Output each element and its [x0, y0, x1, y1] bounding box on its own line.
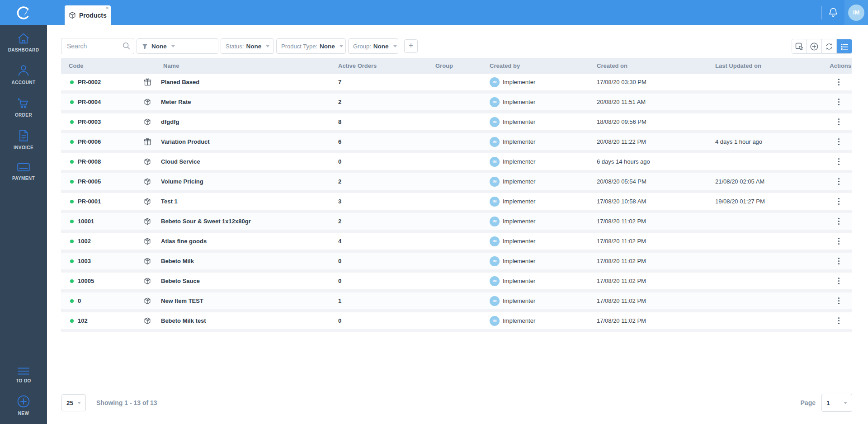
- column-header-created-on[interactable]: Created on: [589, 62, 708, 69]
- select-mode-button[interactable]: [792, 39, 807, 54]
- row-actions-menu-icon[interactable]: [837, 236, 841, 247]
- row-actions-menu-icon[interactable]: [837, 137, 841, 147]
- sidebar-item-dashboard[interactable]: DASHBOARD: [0, 30, 47, 54]
- table-row[interactable]: 10005: [61, 273, 852, 292]
- row-actions-menu-icon[interactable]: [837, 156, 841, 167]
- tab-products[interactable]: Products ×: [65, 5, 111, 25]
- row-actions-menu-icon[interactable]: [837, 97, 841, 108]
- row-actions-menu-icon[interactable]: [837, 256, 841, 267]
- column-header-last-updated-on[interactable]: Last Updated on: [708, 62, 821, 69]
- product-name[interactable]: dfgdfg: [161, 118, 179, 125]
- creator-name: Implementer: [503, 158, 535, 165]
- product-code[interactable]: 10005: [78, 278, 94, 284]
- row-actions-menu-icon[interactable]: [837, 176, 841, 187]
- sidebar-item-order[interactable]: ORDER: [0, 94, 47, 119]
- column-header-created-by[interactable]: Created by: [482, 62, 589, 69]
- sidebar-item-account[interactable]: ACCOUNT: [0, 62, 47, 87]
- product-type-filter[interactable]: Product Type: None: [276, 38, 346, 54]
- row-actions-menu-icon[interactable]: [837, 276, 841, 287]
- status-dot: [70, 220, 74, 223]
- table-row[interactable]: 1003: [61, 253, 852, 273]
- product-code[interactable]: PR-0005: [78, 178, 101, 185]
- product-code[interactable]: 1002: [78, 238, 91, 245]
- column-header-active-orders[interactable]: Active Orders: [330, 62, 428, 69]
- product-name[interactable]: Planed Based: [161, 79, 199, 85]
- status-filter[interactable]: Status: None: [221, 38, 274, 54]
- actions-cell: [821, 97, 852, 108]
- product-name[interactable]: Meter Rate: [161, 99, 191, 105]
- code-cell: PR-0005: [61, 178, 138, 185]
- row-actions-menu-icon[interactable]: [837, 296, 841, 306]
- product-name[interactable]: Bebeto Sour & Sweet 1x12x80gr: [161, 218, 251, 225]
- page-size-select[interactable]: 25: [61, 394, 86, 411]
- user-menu-button[interactable]: IM: [844, 0, 868, 25]
- avatar: IM: [490, 157, 500, 167]
- page-number-select[interactable]: 1: [821, 394, 852, 412]
- list-view-button[interactable]: [837, 39, 852, 54]
- column-header-code[interactable]: Code: [61, 62, 138, 69]
- row-actions-menu-icon[interactable]: [837, 77, 841, 88]
- sidebar-item-invoice[interactable]: INVOICE: [0, 127, 47, 152]
- add-product-button[interactable]: [807, 39, 822, 54]
- table-row[interactable]: PR-0001: [61, 193, 852, 213]
- table-header: Code Name Active Orders Group Created by…: [61, 58, 852, 74]
- product-name[interactable]: Atlas fine goods: [161, 238, 207, 245]
- add-filter-button[interactable]: +: [404, 39, 418, 53]
- created-on-value: 6 days 14 hours ago: [597, 158, 650, 165]
- row-actions-menu-icon[interactable]: [837, 316, 841, 326]
- row-actions-menu-icon[interactable]: [837, 196, 841, 207]
- product-code[interactable]: 0: [78, 297, 81, 304]
- row-actions-menu-icon[interactable]: [837, 117, 841, 127]
- brand-logo[interactable]: [0, 0, 47, 25]
- table-row[interactable]: 1002: [61, 233, 852, 253]
- table-row[interactable]: PR-0002: [61, 74, 852, 94]
- product-name[interactable]: New Item TEST: [161, 297, 203, 304]
- row-actions-menu-icon[interactable]: [837, 216, 841, 227]
- table-row[interactable]: PR-0005: [61, 173, 852, 193]
- product-code[interactable]: PR-0004: [78, 99, 101, 105]
- column-header-name[interactable]: Name: [138, 62, 330, 69]
- product-name[interactable]: Volume Pricing: [161, 178, 203, 185]
- sidebar-item-todo[interactable]: TO DO: [0, 365, 47, 385]
- table-row[interactable]: PR-0006: [61, 133, 852, 153]
- product-code[interactable]: PR-0008: [78, 158, 101, 165]
- name-cell: Planed Based: [138, 78, 330, 86]
- creator-name: Implementer: [503, 317, 535, 324]
- table-row[interactable]: 102: [61, 312, 852, 332]
- product-code[interactable]: PR-0003: [78, 118, 101, 125]
- group-filter[interactable]: Group: None: [348, 38, 398, 54]
- sidebar: DASHBOARD ACCOUNT ORDER INVOICE: [0, 25, 47, 424]
- saved-filter-dropdown[interactable]: None: [137, 38, 218, 54]
- product-code[interactable]: PR-0001: [78, 198, 101, 205]
- product-code[interactable]: PR-0002: [78, 79, 101, 85]
- product-name[interactable]: Test 1: [161, 198, 178, 205]
- column-header-group[interactable]: Group: [428, 62, 482, 69]
- product-code[interactable]: 1003: [78, 258, 91, 264]
- table-row[interactable]: 0: [61, 292, 852, 312]
- product-code[interactable]: 10001: [78, 218, 94, 225]
- product-code[interactable]: 102: [78, 317, 88, 324]
- box-icon: [144, 118, 151, 126]
- code-cell: PR-0006: [61, 138, 138, 145]
- creator-name: Implementer: [503, 278, 535, 284]
- table-row[interactable]: PR-0004: [61, 94, 852, 113]
- table-row[interactable]: PR-0003: [61, 113, 852, 133]
- chevron-down-icon: [340, 45, 343, 47]
- created-on-cell: 20/08/20 11:22 PM: [589, 138, 708, 145]
- table-row[interactable]: 10001: [61, 213, 852, 233]
- product-name[interactable]: Bebeto Milk test: [161, 317, 206, 324]
- sidebar-item-payment[interactable]: PAYMENT: [0, 160, 47, 183]
- close-icon[interactable]: ×: [105, 5, 109, 11]
- code-cell: PR-0008: [61, 158, 138, 165]
- refresh-button[interactable]: [822, 39, 837, 54]
- table-row[interactable]: PR-0008: [61, 153, 852, 173]
- product-name[interactable]: Bebeto Sauce: [161, 278, 200, 284]
- product-name[interactable]: Cloud Service: [161, 158, 200, 165]
- notifications-button[interactable]: [822, 0, 844, 25]
- avatar: IM: [490, 197, 500, 207]
- created-by-cell: IM Implementer: [482, 296, 589, 306]
- sidebar-item-new[interactable]: NEW: [0, 393, 47, 418]
- product-name[interactable]: Variation Product: [161, 138, 210, 145]
- product-code[interactable]: PR-0006: [78, 138, 101, 145]
- product-name[interactable]: Bebeto Milk: [161, 258, 194, 264]
